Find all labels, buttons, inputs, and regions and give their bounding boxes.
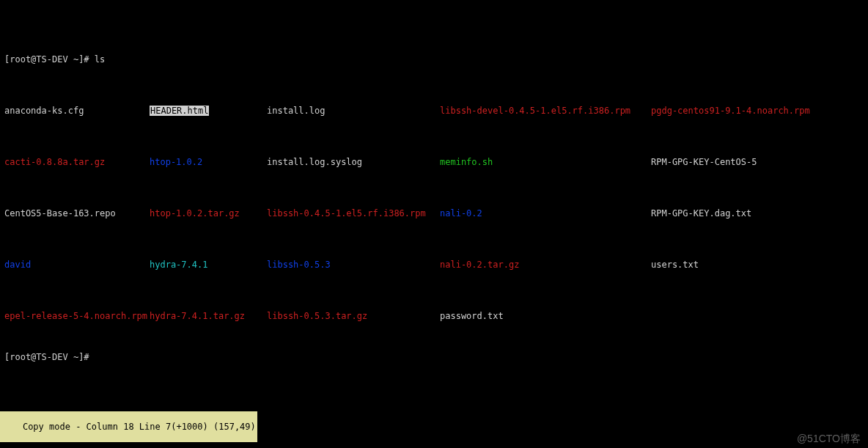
file-entry: install.log bbox=[267, 106, 440, 116]
file-name: libssh-devel-0.4.5-1.el5.rf.i386.rpm bbox=[440, 106, 630, 116]
file-entry: nali-0.2.tar.gz bbox=[440, 260, 651, 270]
file-name: RPM-GPG-KEY-CentOS-5 bbox=[651, 157, 757, 167]
file-entry: password.txt bbox=[440, 311, 651, 321]
file-entry: nali-0.2 bbox=[440, 208, 651, 219]
file-entry: libssh-0.5.3 bbox=[267, 260, 440, 270]
file-name: libssh-0.5.3 bbox=[267, 260, 331, 270]
file-name: cacti-0.8.8a.tar.gz bbox=[4, 157, 105, 167]
file-name: install.log bbox=[267, 106, 325, 116]
file-entry: epel-release-5-4.noarch.rpm bbox=[4, 311, 150, 321]
prompt-line: [root@TS-DEV ~]# ls bbox=[4, 54, 864, 65]
file-name-selected: HEADER.html bbox=[150, 106, 209, 116]
file-entry: david bbox=[4, 260, 150, 270]
file-entry: htop-1.0.2.tar.gz bbox=[150, 208, 267, 219]
listing-row: epel-release-5-4.noarch.rpm hydra-7.4.1.… bbox=[4, 311, 864, 321]
file-name: hydra-7.4.1 bbox=[150, 260, 207, 270]
file-entry: CentOS5-Base-163.repo bbox=[4, 208, 150, 219]
file-entry: pgdg-centos91-9.1-4.noarch.rpm bbox=[651, 106, 810, 116]
file-name: libssh-0.5.3.tar.gz bbox=[267, 311, 367, 321]
file-name: password.txt bbox=[440, 311, 504, 321]
terminal-content: [root@TS-DEV ~]# ls anaconda-ks.cfg HEAD… bbox=[0, 21, 868, 383]
file-name: CentOS5-Base-163.repo bbox=[4, 208, 116, 219]
file-name: hydra-7.4.1.tar.gz bbox=[150, 311, 245, 321]
listing-row: anaconda-ks.cfg HEADER.html install.log … bbox=[4, 106, 864, 116]
file-name: anaconda-ks.cfg bbox=[4, 106, 84, 116]
statusbar-text: Copy mode - Column 18 Line 7(+1000) (157… bbox=[23, 422, 256, 432]
file-entry: libssh-0.4.5-1.el5.rf.i386.rpm bbox=[267, 208, 440, 219]
file-entry: htop-1.0.2 bbox=[150, 157, 267, 167]
file-name: nali-0.2.tar.gz bbox=[440, 260, 519, 270]
file-entry: install.log.syslog bbox=[267, 157, 440, 167]
file-name: install.log.syslog bbox=[267, 157, 362, 167]
file-name: users.txt bbox=[651, 260, 699, 270]
file-name: htop-1.0.2 bbox=[150, 157, 202, 167]
file-entry: users.txt bbox=[651, 260, 699, 270]
file-entry: RPM-GPG-KEY-CentOS-5 bbox=[651, 157, 757, 167]
file-name: libssh-0.4.5-1.el5.rf.i386.rpm bbox=[267, 208, 426, 219]
file-name: pgdg-centos91-9.1-4.noarch.rpm bbox=[651, 106, 810, 116]
prompt-text: [root@TS-DEV ~]# ls bbox=[4, 54, 105, 65]
listing-row: cacti-0.8.8a.tar.gz htop-1.0.2 install.l… bbox=[4, 157, 864, 167]
terminal-window[interactable]: [root@TS-DEV ~]# ls anaconda-ks.cfg HEAD… bbox=[0, 0, 868, 448]
listing-row: david hydra-7.4.1 libssh-0.5.3 nali-0.2.… bbox=[4, 260, 864, 270]
prompt-line[interactable]: [root@TS-DEV ~]# bbox=[4, 352, 864, 362]
file-entry: hydra-7.4.1 bbox=[150, 260, 267, 270]
file-name: RPM-GPG-KEY.dag.txt bbox=[651, 208, 751, 219]
file-entry: meminfo.sh bbox=[440, 157, 651, 167]
file-entry: hydra-7.4.1.tar.gz bbox=[150, 311, 267, 321]
file-name: meminfo.sh bbox=[440, 157, 493, 167]
watermark-text: @51CTO博客 bbox=[797, 433, 861, 444]
file-name: htop-1.0.2.tar.gz bbox=[150, 208, 240, 219]
file-entry: libssh-0.5.3.tar.gz bbox=[267, 311, 440, 321]
file-entry: libssh-devel-0.4.5-1.el5.rf.i386.rpm bbox=[440, 106, 651, 116]
file-entry: anaconda-ks.cfg bbox=[4, 106, 150, 116]
file-entry: RPM-GPG-KEY.dag.txt bbox=[651, 208, 751, 219]
file-name: david bbox=[4, 260, 31, 270]
listing-row: CentOS5-Base-163.repo htop-1.0.2.tar.gz … bbox=[4, 208, 864, 219]
copy-mode-statusbar: Copy mode - Column 18 Line 7(+1000) (157… bbox=[0, 411, 257, 442]
file-name: nali-0.2 bbox=[440, 208, 482, 219]
file-name: epel-release-5-4.noarch.rpm bbox=[4, 311, 147, 321]
file-entry: HEADER.html bbox=[150, 106, 267, 116]
prompt-text: [root@TS-DEV ~]# bbox=[4, 352, 95, 362]
file-entry: cacti-0.8.8a.tar.gz bbox=[4, 157, 150, 167]
